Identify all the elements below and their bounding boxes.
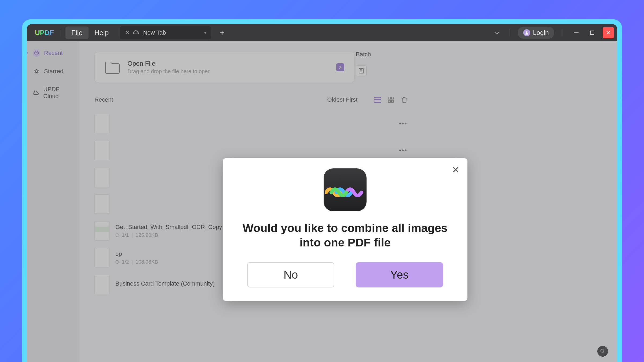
login-label: Login: [533, 29, 549, 36]
menu-file[interactable]: File: [65, 27, 89, 39]
divider: [562, 29, 562, 36]
user-icon: [523, 29, 530, 36]
combine-modal: ✕ Would you like to combine all images i…: [223, 158, 467, 301]
app-icon: [324, 168, 367, 211]
titlebar: UPDF File Help ✕ New Tab ▾ +: [27, 24, 617, 41]
svg-rect-2: [590, 31, 594, 35]
yes-button[interactable]: Yes: [356, 262, 443, 287]
modal-close-button[interactable]: ✕: [452, 165, 459, 174]
app-logo: UPDF: [30, 29, 59, 37]
login-button[interactable]: Login: [518, 27, 554, 39]
new-tab-button[interactable]: +: [217, 27, 228, 38]
divider: [510, 29, 510, 36]
modal-message: Would you like to combine all images int…: [236, 221, 454, 250]
svg-point-0: [526, 31, 528, 33]
tab-dropdown-icon[interactable]: ▾: [204, 30, 206, 35]
close-window-button[interactable]: [603, 27, 614, 38]
minimize-button[interactable]: [570, 27, 582, 38]
no-button[interactable]: No: [247, 262, 334, 287]
close-tab-icon[interactable]: ✕: [125, 29, 130, 36]
tab-label: New Tab: [143, 29, 166, 36]
maximize-button[interactable]: [587, 27, 598, 38]
tabs-overflow-icon[interactable]: [492, 27, 502, 38]
tab-new[interactable]: ✕ New Tab ▾: [120, 26, 211, 39]
divider: [62, 29, 62, 36]
cloud-icon: [133, 29, 139, 36]
svg-rect-1: [574, 32, 579, 33]
menu-help[interactable]: Help: [89, 27, 115, 39]
